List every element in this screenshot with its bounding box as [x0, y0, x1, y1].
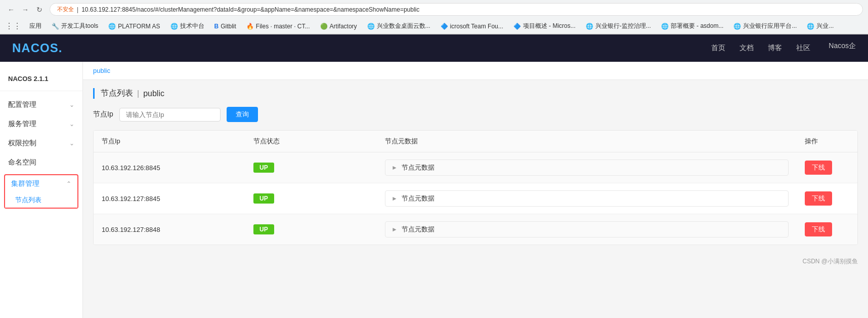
meta-data-expand-1[interactable]: ► 节点元数据	[385, 160, 789, 176]
cell-status-2: UP	[245, 183, 377, 214]
bookmark-xingye1[interactable]: 🌐 兴业数金桌面云数...	[365, 21, 432, 31]
bookmark-teams[interactable]: 🔷 icrosoft Team Fou...	[439, 22, 505, 31]
sidebar-item-config[interactable]: 配置管理 ⌄	[0, 95, 82, 114]
bookmark-platform[interactable]: 🌐 PLATFORM AS	[106, 22, 162, 31]
breadcrumb: public	[83, 62, 868, 80]
app-wrapper: NACOS. 首页 文档 博客 社区 Nacos企 NACOS 2.1.1 配置…	[0, 34, 868, 318]
filter-row: 节点Ip 查询	[93, 107, 858, 122]
cell-ip-1: 10.63.192.126:8845	[94, 152, 245, 183]
cell-action-3: 下线	[797, 214, 857, 245]
table-row: 10.63.192.127:8848 UP ► 节点元数据 下线	[94, 214, 857, 245]
expand-arrow-icon: ►	[392, 195, 398, 202]
chevron-down-icon: ⌄	[69, 101, 74, 108]
sidebar-version: NACOS 2.1.1	[0, 70, 82, 91]
bookmarks-bar: ⋮⋮ 应用 🔧 开发工具tools 🌐 PLATFORM AS 🌐 技术中台 B…	[0, 19, 868, 34]
expand-arrow-icon: ►	[392, 226, 398, 233]
content-inner: 节点列表 | public 节点Ip 查询 节点Ip 节点状态	[83, 80, 868, 253]
meta-data-expand-3[interactable]: ► 节点元数据	[385, 221, 789, 237]
bookmark-appplatform[interactable]: 🌐 兴业银行应用平台...	[731, 21, 799, 31]
sidebar: NACOS 2.1.1 配置管理 ⌄ 服务管理 ⌄ 权限控制 ⌄ 命名空间 集群…	[0, 62, 83, 318]
cell-status-3: UP	[245, 214, 377, 245]
nav-home[interactable]: 首页	[711, 42, 725, 55]
bookmark-deploy[interactable]: 🌐 部署概要 - asdom...	[659, 21, 726, 31]
bookmark-files[interactable]: 🔥 Files · master · CT...	[244, 22, 312, 31]
col-header-meta: 节点元数据	[377, 131, 797, 152]
top-nav-links: 首页 文档 博客 社区 Nacos企	[711, 42, 856, 55]
apps-icon[interactable]: ⋮⋮	[5, 21, 21, 31]
bookmark-project[interactable]: 🔷 项目概述 - Micros...	[511, 21, 578, 31]
forward-button[interactable]: →	[19, 4, 31, 16]
table-row: 10.63.192.126:8845 UP ► 节点元数据 下线	[94, 152, 857, 183]
cell-meta-1[interactable]: ► 节点元数据	[377, 152, 797, 183]
nav-enterprise[interactable]: Nacos企	[829, 42, 856, 55]
logo-text: NACOS.	[12, 41, 62, 55]
offline-button-1[interactable]: 下线	[805, 161, 832, 175]
cell-meta-2[interactable]: ► 节点元数据	[377, 183, 797, 214]
query-button[interactable]: 查询	[227, 107, 258, 122]
sidebar-item-node-list[interactable]: 节点列表	[5, 192, 77, 208]
page-title-right: public	[143, 89, 164, 98]
content-area: public 节点列表 | public 节点Ip 查询	[83, 62, 868, 318]
col-header-status: 节点状态	[245, 131, 377, 152]
bookmark-monitor[interactable]: 🌐 兴业银行-监控治理...	[584, 21, 653, 31]
meta-data-label-3: 节点元数据	[402, 225, 435, 234]
back-button[interactable]: ←	[5, 4, 17, 16]
main-body: NACOS 2.1.1 配置管理 ⌄ 服务管理 ⌄ 权限控制 ⌄ 命名空间 集群…	[0, 62, 868, 318]
sidebar-item-auth-label: 权限控制	[8, 139, 36, 148]
offline-button-3[interactable]: 下线	[805, 222, 832, 236]
cell-action-1: 下线	[797, 152, 857, 183]
filter-label: 节点Ip	[93, 110, 113, 119]
status-badge-up: UP	[253, 224, 274, 234]
cell-ip-2: 10.63.192.127:8845	[94, 183, 245, 214]
meta-data-label-2: 节点元数据	[402, 194, 435, 203]
offline-button-2[interactable]: 下线	[805, 191, 832, 206]
sidebar-item-namespace[interactable]: 命名空间	[0, 153, 82, 172]
page-title-bar: 节点列表 | public	[93, 88, 164, 99]
meta-data-expand-2[interactable]: ► 节点元数据	[385, 190, 789, 207]
page-title-left: 节点列表	[101, 88, 133, 99]
data-table: 节点Ip 节点状态 节点元数据 操作 10.63.192.126:8845 UP	[93, 130, 858, 245]
bookmark-devtools[interactable]: 🔧 开发工具tools	[50, 21, 100, 31]
page-title-divider: |	[137, 89, 139, 98]
cluster-management-group: 集群管理 ⌃ 节点列表	[4, 174, 78, 209]
bookmark-xingye2[interactable]: 🌐 兴业...	[805, 21, 836, 31]
bookmark-gitblit[interactable]: B Gitblit	[212, 22, 238, 31]
nav-blog[interactable]: 博客	[768, 42, 782, 55]
table-row: 10.63.192.127:8845 UP ► 节点元数据 下线	[94, 183, 857, 214]
bookmark-apps[interactable]: 应用	[27, 21, 44, 31]
table-header: 节点Ip 节点状态 节点元数据 操作	[94, 131, 857, 152]
sidebar-item-service-label: 服务管理	[8, 120, 36, 129]
sidebar-cluster-submenu: 节点列表	[5, 192, 77, 208]
url-text: 10.63.192.127:8845/nacos/#/clusterManage…	[81, 6, 419, 13]
cell-action-2: 下线	[797, 183, 857, 214]
chevron-up-icon: ⌃	[66, 180, 71, 187]
bookmark-techtai[interactable]: 🌐 技术中台	[168, 21, 206, 31]
col-header-action: 操作	[797, 131, 857, 152]
logo: NACOS.	[12, 41, 62, 55]
nav-community[interactable]: 社区	[796, 42, 810, 55]
sidebar-item-auth[interactable]: 权限控制 ⌄	[0, 134, 82, 153]
sidebar-item-service[interactable]: 服务管理 ⌄	[0, 114, 82, 134]
col-header-ip: 节点Ip	[94, 131, 245, 152]
sidebar-item-namespace-label: 命名空间	[8, 158, 36, 167]
cell-status-1: UP	[245, 152, 377, 183]
status-badge-up: UP	[253, 163, 274, 173]
address-bar[interactable]: 不安全 | 10.63.192.127:8845/nacos/#/cluster…	[50, 3, 863, 16]
meta-data-label-1: 节点元数据	[402, 163, 435, 172]
security-warning: 不安全	[57, 6, 74, 13]
bookmark-artifactory[interactable]: 🟢 Artifactory	[318, 22, 359, 31]
node-ip-input[interactable]	[119, 108, 221, 122]
nav-docs[interactable]: 文档	[740, 42, 754, 55]
page-header: 节点列表 | public	[93, 88, 858, 99]
browser-toolbar: ← → ↻ 不安全 | 10.63.192.127:8845/nacos/#/c…	[0, 0, 868, 19]
refresh-button[interactable]: ↻	[33, 4, 46, 16]
sidebar-item-cluster-label: 集群管理	[11, 179, 39, 188]
cell-meta-3[interactable]: ► 节点元数据	[377, 214, 797, 245]
browser-nav-buttons: ← → ↻	[5, 4, 46, 16]
chevron-down-icon: ⌄	[69, 121, 74, 128]
status-badge-up: UP	[253, 193, 274, 204]
expand-arrow-icon: ►	[392, 164, 398, 171]
sidebar-item-cluster[interactable]: 集群管理 ⌃	[5, 175, 77, 192]
footer-watermark: CSDN @小满别摸鱼	[83, 253, 868, 270]
chevron-down-icon: ⌄	[69, 140, 74, 147]
